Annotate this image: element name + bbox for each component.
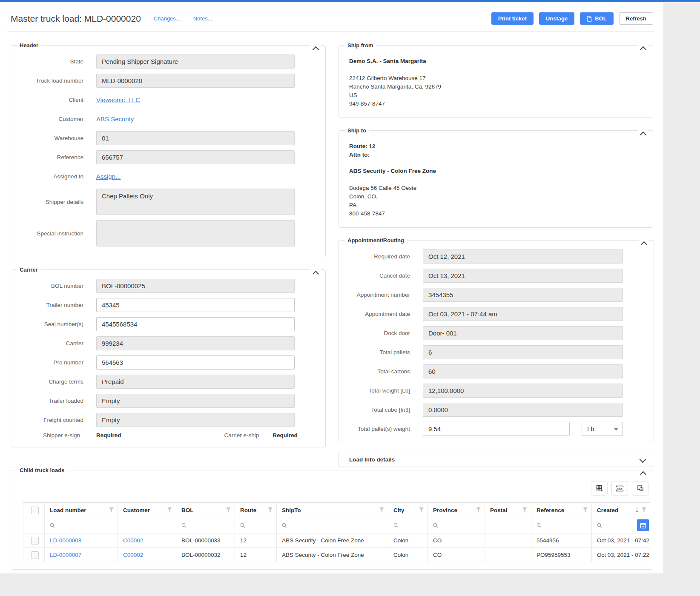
search-icon bbox=[50, 523, 55, 528]
weight-unit-select[interactable]: Lb bbox=[582, 422, 623, 436]
grid-clear-icon bbox=[596, 484, 603, 492]
page-content: Master truck load: MLD-0000020 Changes..… bbox=[0, 2, 663, 573]
export-xlsx-button[interactable]: xlsx bbox=[611, 481, 628, 496]
changes-link[interactable]: Changes... bbox=[154, 15, 181, 22]
cell-text: 12 bbox=[240, 537, 247, 544]
sort-descending-icon[interactable] bbox=[634, 507, 640, 513]
assign-link[interactable]: Assign... bbox=[96, 173, 121, 180]
load-number-link[interactable]: LD-0000007 bbox=[50, 552, 81, 558]
cancel-date-label: Cancel date bbox=[339, 272, 423, 279]
ship-to-line2: Colon, CO, bbox=[349, 192, 643, 201]
column-header-bol[interactable]: BOL bbox=[176, 503, 235, 518]
filter-input-postal[interactable] bbox=[485, 518, 531, 533]
row-checkbox[interactable] bbox=[31, 551, 39, 559]
collapse-child-loads-icon[interactable] bbox=[638, 469, 648, 478]
collapse-appointment-icon[interactable] bbox=[639, 239, 649, 248]
page-title: Master truck load: MLD-0000020 bbox=[11, 14, 141, 24]
cell-route: 12 bbox=[235, 548, 277, 562]
select-all-checkbox[interactable] bbox=[31, 507, 39, 514]
filter-input-reference[interactable] bbox=[531, 518, 592, 533]
collapse-header-icon[interactable] bbox=[310, 44, 321, 53]
shipper-details-textarea: Chep Pallets Only bbox=[96, 189, 295, 215]
cell-shipto: ABS Security - Colon Free Zone bbox=[277, 548, 388, 562]
column-header-load-number[interactable]: Load number bbox=[45, 503, 118, 518]
filter-input-city[interactable] bbox=[388, 518, 428, 533]
column-header-province[interactable]: Province bbox=[428, 503, 485, 518]
collapse-ship-to-icon[interactable] bbox=[638, 129, 648, 138]
copy-grid-button[interactable] bbox=[632, 481, 648, 496]
clear-grid-filters-button[interactable] bbox=[591, 481, 608, 496]
title-bar: Master truck load: MLD-0000020 Changes..… bbox=[0, 2, 663, 32]
load-info-details-bar[interactable]: Load Info details bbox=[339, 452, 653, 467]
bol-label: BOL bbox=[595, 15, 606, 22]
collapse-ship-from-icon[interactable] bbox=[638, 44, 648, 53]
bol-number-label: BOL number bbox=[11, 283, 96, 289]
client-link[interactable]: Viewsonic, LLC bbox=[96, 96, 140, 103]
cell-customer: C00002 bbox=[118, 533, 176, 547]
ship-from-line4: 949-857-8747 bbox=[349, 100, 643, 108]
customer-link[interactable]: C00002 bbox=[123, 552, 143, 558]
column-header-city[interactable]: City bbox=[388, 503, 428, 518]
filter-funnel-icon[interactable] bbox=[109, 507, 114, 514]
total-pallet-weight-input[interactable]: 9.54 bbox=[423, 422, 570, 436]
cell-reference: 5544956 bbox=[531, 533, 592, 547]
filter-funnel-icon[interactable] bbox=[379, 507, 384, 514]
filter-funnel-icon[interactable] bbox=[641, 507, 647, 514]
column-header-shipto[interactable]: ShipTo bbox=[277, 503, 388, 518]
column-header-reference[interactable]: Reference bbox=[531, 503, 592, 518]
search-icon bbox=[181, 523, 187, 528]
filter-input-load-number[interactable] bbox=[45, 518, 118, 533]
xlsx-export-icon: xlsx bbox=[615, 485, 624, 492]
customer-link[interactable]: C00002 bbox=[123, 537, 143, 544]
search-icon bbox=[536, 523, 542, 528]
ship-from-legend: Ship from bbox=[344, 42, 376, 49]
cell-text: BOL-00000032 bbox=[181, 552, 221, 558]
seal-numbers-input[interactable]: 4545568534 bbox=[96, 317, 295, 331]
customer-link[interactable]: ABS Security bbox=[96, 115, 134, 123]
bol-button[interactable]: BOL bbox=[580, 12, 613, 25]
appointment-legend: Appointment/Routing bbox=[344, 237, 407, 244]
filter-funnel-icon[interactable] bbox=[226, 507, 231, 514]
table-row: LD-0000008 C00002 BOL-00000033 12 ABS Se… bbox=[23, 533, 650, 548]
collapse-carrier-icon[interactable] bbox=[310, 269, 321, 277]
table-header-row: Load number Customer BOL Route ShipTo Ci… bbox=[23, 502, 650, 518]
filter-funnel-icon[interactable] bbox=[419, 507, 424, 514]
total-pallet-weight-label: Total pallet(s) weight bbox=[339, 426, 423, 432]
column-header-customer[interactable]: Customer bbox=[118, 503, 176, 518]
column-header-postal[interactable]: Postal bbox=[485, 503, 531, 518]
copy-icon bbox=[637, 484, 644, 492]
pro-number-input[interactable]: 564563 bbox=[96, 355, 295, 370]
row-checkbox[interactable] bbox=[31, 537, 39, 544]
filter-input-province[interactable] bbox=[428, 518, 485, 533]
filter-funnel-icon[interactable] bbox=[522, 507, 528, 514]
ship-from-name: Demo S.A. - Santa Margarita bbox=[349, 57, 643, 66]
filter-funnel-icon[interactable] bbox=[267, 507, 273, 514]
cell-created: Oct 03, 2021 - 07:22 am bbox=[592, 548, 650, 562]
search-icon bbox=[282, 523, 287, 528]
refresh-button[interactable]: Refresh bbox=[619, 12, 653, 25]
filter-funnel-icon[interactable] bbox=[582, 507, 588, 514]
unstage-button[interactable]: Unstage bbox=[539, 12, 574, 25]
filter-input-customer[interactable] bbox=[118, 518, 176, 533]
expand-load-info-icon[interactable] bbox=[640, 457, 645, 462]
filter-funnel-icon[interactable] bbox=[167, 507, 172, 514]
carrier-legend: Carrier bbox=[17, 266, 41, 273]
filter-input-bol[interactable] bbox=[176, 518, 235, 533]
trailer-number-input[interactable]: 45345 bbox=[96, 298, 295, 312]
seal-numbers-label: Seal number(s) bbox=[11, 321, 96, 327]
filter-input-shipto[interactable] bbox=[277, 518, 388, 533]
child-loads-table: Load number Customer BOL Route ShipTo Ci… bbox=[23, 502, 650, 562]
date-filter-button[interactable] bbox=[637, 519, 649, 531]
load-number-link[interactable]: LD-0000008 bbox=[50, 537, 81, 544]
grid-toolbar: xlsx bbox=[11, 479, 653, 496]
assigned-to-label: Assigned to bbox=[11, 173, 96, 180]
cell-text: CO bbox=[433, 537, 442, 544]
print-ticket-button[interactable]: Print ticket bbox=[491, 12, 534, 25]
column-header-route[interactable]: Route bbox=[235, 503, 277, 518]
filter-input-route[interactable] bbox=[235, 518, 277, 533]
total-cartons-input: 60 bbox=[423, 364, 623, 378]
column-header-created[interactable]: Created bbox=[592, 503, 650, 518]
filter-funnel-icon[interactable] bbox=[476, 507, 481, 514]
filter-input-created[interactable] bbox=[592, 518, 650, 533]
notes-link[interactable]: Notes... bbox=[193, 15, 212, 22]
